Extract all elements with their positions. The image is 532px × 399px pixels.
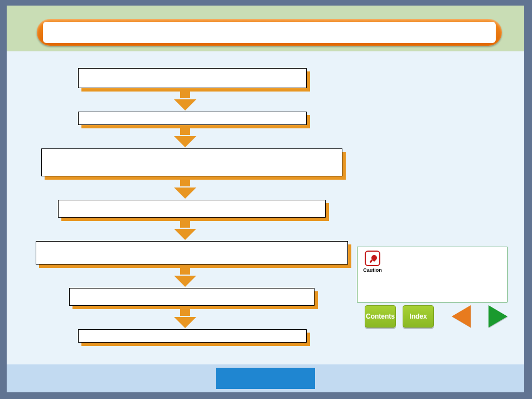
arrow-down-icon xyxy=(180,221,190,228)
flow-step-4 xyxy=(36,241,348,265)
flow-step-1 xyxy=(78,112,307,125)
arrow-down-icon xyxy=(174,188,196,199)
bottom-tab-0[interactable] xyxy=(11,368,110,389)
bottom-tab-1[interactable] xyxy=(114,368,213,389)
arrow-down-icon xyxy=(180,128,190,135)
arrow-down-icon xyxy=(174,136,196,147)
header-band xyxy=(7,6,524,51)
flow-step-box xyxy=(69,288,315,306)
arrow-down-icon xyxy=(174,317,196,328)
flow-step-0 xyxy=(78,68,307,88)
tab-row xyxy=(7,364,524,392)
flow-step-box xyxy=(58,200,326,218)
flow-step-box xyxy=(36,241,348,265)
flow-step-box xyxy=(41,148,342,176)
flow-step-2 xyxy=(41,148,342,176)
nav-row: Contents Index xyxy=(365,305,507,328)
page-title xyxy=(43,22,496,43)
arrow-down-icon xyxy=(174,99,196,110)
flow-step-6 xyxy=(78,329,307,343)
flow-step-3 xyxy=(58,200,326,218)
caution-box: Caution xyxy=(357,247,507,302)
arrow-down-icon xyxy=(180,268,190,275)
arrow-down-icon xyxy=(180,309,190,316)
index-button[interactable]: Index xyxy=(403,305,434,328)
flow-step-5 xyxy=(69,288,315,306)
caution-label: Caution xyxy=(361,267,384,273)
flow-area xyxy=(18,65,352,343)
flow-step-box xyxy=(78,329,307,343)
bottom-tab-3[interactable] xyxy=(318,368,418,389)
bottom-tab-4[interactable] xyxy=(420,368,520,389)
caution-icon xyxy=(365,251,380,266)
prev-page-icon[interactable] xyxy=(452,305,471,328)
arrow-down-icon xyxy=(174,276,196,287)
title-pill xyxy=(37,19,502,46)
arrow-down-icon xyxy=(180,92,190,98)
arrow-down-icon xyxy=(174,229,196,240)
caution-text xyxy=(388,251,504,273)
caution-icon-wrap: Caution xyxy=(361,251,384,273)
arrow-down-icon xyxy=(180,180,190,186)
flow-step-box xyxy=(78,68,307,88)
bottom-tab-2[interactable] xyxy=(216,368,315,389)
next-page-icon[interactable] xyxy=(489,305,507,328)
main-panel: Caution Contents Index xyxy=(7,51,524,364)
flow-step-box xyxy=(78,112,307,125)
contents-button[interactable]: Contents xyxy=(365,305,396,328)
